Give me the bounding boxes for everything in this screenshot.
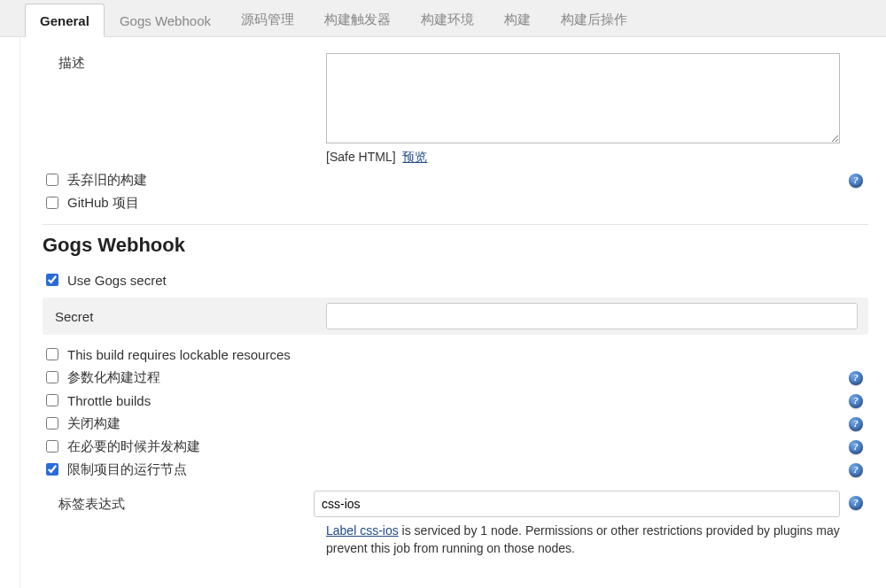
row-github-project: GitHub 项目 [43, 194, 868, 212]
label-disable-build: 关闭构建 [67, 415, 120, 432]
page-root: General Gogs Webhook 源码管理 构建触发器 构建环境 构建 … [0, 0, 886, 588]
description-value-col: [Safe HTML] 预览 [326, 53, 868, 166]
help-icon[interactable]: ? [849, 496, 863, 510]
row-parameterized-build: 参数化构建过程 ? [43, 368, 868, 386]
tab-build-environment[interactable]: 构建环境 [406, 2, 489, 37]
row-disable-build: 关闭构建 ? [43, 414, 868, 432]
label-restrict-node: 限制项目的运行节点 [67, 461, 187, 478]
label-parameterized-build: 参数化构建过程 [67, 369, 160, 386]
section-title-gogs: Gogs Webhook [43, 234, 868, 257]
left-divider [19, 37, 20, 588]
checkbox-discard-old-builds[interactable] [46, 174, 58, 186]
row-secret: Secret [43, 298, 868, 335]
help-icon[interactable]: ? [849, 463, 863, 477]
label-concurrent-build: 在必要的时候并发构建 [67, 438, 200, 455]
row-concurrent-build: 在必要的时候并发构建 ? [43, 437, 868, 455]
tab-general[interactable]: General [25, 4, 105, 37]
tab-build[interactable]: 构建 [489, 2, 546, 37]
content-area: 描述 [Safe HTML] 预览 丢弃旧的构建 ? GitHub 项目 Gog… [0, 37, 886, 573]
description-textarea[interactable] [326, 53, 840, 143]
help-icon[interactable]: ? [849, 174, 863, 188]
row-restrict-node: 限制项目的运行节点 ? [43, 460, 868, 478]
row-label-expression: 标签表达式 ? [43, 491, 868, 517]
help-icon[interactable]: ? [849, 394, 863, 408]
label-github-project: GitHub 项目 [67, 195, 139, 212]
checkbox-github-project[interactable] [46, 197, 58, 209]
label-description: 描述 [43, 53, 326, 72]
row-use-gogs-secret: Use Gogs secret [43, 271, 868, 289]
description-helper-row: [Safe HTML] 预览 [326, 150, 840, 166]
config-tabs: General Gogs Webhook 源码管理 构建触发器 构建环境 构建 … [0, 0, 886, 37]
checkbox-restrict-node[interactable] [46, 463, 58, 476]
checkbox-use-gogs-secret[interactable] [46, 274, 58, 286]
checkbox-concurrent-build[interactable] [46, 440, 58, 453]
input-secret[interactable] [326, 303, 858, 329]
preview-link[interactable]: 预览 [402, 150, 427, 164]
label-use-gogs-secret: Use Gogs secret [67, 273, 167, 288]
label-expression-hint: Label css-ios is serviced by 1 node. Per… [326, 522, 840, 557]
tab-post-build-actions[interactable]: 构建后操作 [546, 2, 642, 37]
label-throttle-builds: Throttle builds [67, 393, 151, 408]
row-description: 描述 [Safe HTML] 预览 [43, 53, 868, 166]
label-label-expression: 标签表达式 [43, 496, 314, 513]
checkbox-parameterized-build[interactable] [46, 371, 58, 383]
label-secret: Secret [55, 309, 326, 324]
tab-source-code-management[interactable]: 源码管理 [226, 2, 309, 37]
row-throttle-builds: Throttle builds ? [43, 391, 868, 409]
help-icon[interactable]: ? [849, 417, 863, 431]
tab-gogs-webhook[interactable]: Gogs Webhook [105, 4, 226, 37]
safe-html-label: [Safe HTML] [326, 150, 396, 164]
help-icon[interactable]: ? [849, 371, 863, 385]
section-separator [43, 224, 868, 225]
label-lockable-resources: This build requires lockable resources [67, 347, 291, 362]
tab-build-triggers[interactable]: 构建触发器 [309, 2, 406, 37]
label-css-ios-link[interactable]: Label css-ios [326, 523, 399, 538]
label-discard-old-builds: 丢弃旧的构建 [67, 172, 147, 189]
checkbox-throttle-builds[interactable] [46, 394, 58, 406]
label-expression-hint-text: is serviced by 1 node. Permissions or ot… [326, 523, 840, 555]
checkbox-disable-build[interactable] [46, 417, 58, 429]
help-icon[interactable]: ? [849, 440, 863, 454]
row-lockable-resources: This build requires lockable resources [43, 345, 868, 363]
input-label-expression[interactable] [314, 491, 840, 517]
row-discard-old-builds: 丢弃旧的构建 ? [43, 171, 868, 189]
checkbox-lockable-resources[interactable] [46, 348, 58, 360]
